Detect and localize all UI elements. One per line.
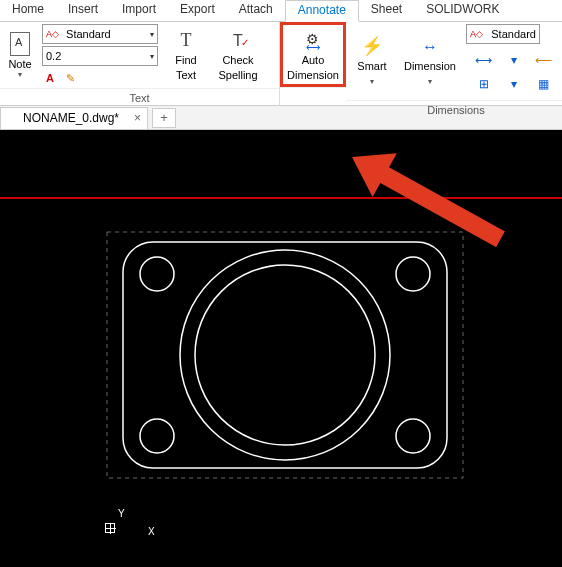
tab-solidworks[interactable]: SOLIDWORK bbox=[414, 0, 511, 21]
tab-export[interactable]: Export bbox=[168, 0, 227, 21]
dim-tool-3[interactable]: ⊞ bbox=[472, 74, 496, 94]
dim-style-combo[interactable]: A◇ Standard bbox=[466, 24, 540, 44]
tab-annotate[interactable]: Annotate bbox=[285, 0, 359, 22]
dimension-arrows-icon: ⟷ bbox=[306, 41, 320, 54]
dimension-gallery: ⟷ ▾ ⟵ ⊞ ▾ ▦ bbox=[466, 46, 562, 98]
tab-import[interactable]: Import bbox=[110, 0, 168, 21]
ribbon: Note ▾ A◇ Standard ▾ 0.2 ▾ A ✎ T F bbox=[0, 22, 562, 106]
chevron-down-icon: ▾ bbox=[150, 52, 154, 61]
chevron-down-icon: ▾ bbox=[150, 30, 154, 39]
svg-rect-1 bbox=[123, 242, 447, 468]
chevron-down-icon[interactable]: ▾ bbox=[502, 50, 526, 70]
group-label-text: Text bbox=[0, 88, 279, 106]
axis-y-label: Y bbox=[118, 508, 125, 519]
text-tool-b-icon[interactable]: ✎ bbox=[62, 70, 78, 86]
chevron-down-icon: ▾ bbox=[428, 75, 432, 88]
group-label-dimensions: Dimensions bbox=[346, 100, 562, 118]
ucs-origin-icon bbox=[105, 523, 115, 533]
smart-dimension-button[interactable]: ⚡ Smart ▾ bbox=[346, 22, 398, 100]
chevron-down-icon: ▾ bbox=[370, 75, 374, 88]
svg-point-6 bbox=[140, 419, 174, 453]
text-tool-a-icon[interactable]: A bbox=[42, 70, 58, 86]
guideline bbox=[0, 197, 562, 199]
note-button[interactable]: Note bbox=[8, 58, 31, 70]
group-spacer bbox=[280, 87, 346, 105]
dimension-icon: ↔ bbox=[422, 40, 438, 53]
dimension-button[interactable]: ↔ Dimension ▾ bbox=[398, 22, 462, 100]
drawing-preview bbox=[105, 230, 465, 480]
check-spelling-button[interactable]: T✓ Check Spelling bbox=[212, 22, 264, 88]
tab-attach[interactable]: Attach bbox=[227, 0, 285, 21]
dim-tool-1[interactable]: ⟷ bbox=[472, 50, 496, 70]
chevron-down-icon[interactable]: ▾ bbox=[502, 74, 526, 94]
dim-tool-2[interactable]: ⟵ bbox=[532, 50, 556, 70]
svg-point-5 bbox=[396, 257, 430, 291]
auto-dimension-button[interactable]: ⟷ Auto Dimension bbox=[280, 22, 346, 87]
axis-x-label: X bbox=[148, 526, 155, 537]
text-height-combo[interactable]: 0.2 ▾ bbox=[42, 46, 158, 66]
svg-rect-0 bbox=[107, 232, 463, 478]
note-icon bbox=[10, 32, 30, 56]
tab-insert[interactable]: Insert bbox=[56, 0, 110, 21]
document-filename: NONAME_0.dwg* bbox=[23, 111, 119, 125]
dim-tool-4[interactable]: ▦ bbox=[532, 74, 556, 94]
drawing-canvas[interactable]: Y X bbox=[0, 130, 562, 567]
chevron-down-icon[interactable]: ▾ bbox=[18, 70, 22, 79]
close-icon[interactable]: × bbox=[134, 111, 141, 125]
svg-point-7 bbox=[396, 419, 430, 453]
menu-tabs: Home Insert Import Export Attach Annotat… bbox=[0, 0, 562, 22]
svg-point-3 bbox=[195, 265, 375, 445]
find-text-button[interactable]: T Find Text bbox=[160, 22, 212, 88]
svg-point-2 bbox=[180, 250, 390, 460]
svg-point-4 bbox=[140, 257, 174, 291]
new-document-button[interactable]: + bbox=[152, 108, 176, 128]
lightning-icon: ⚡ bbox=[361, 40, 383, 53]
text-style-combo[interactable]: A◇ Standard ▾ bbox=[42, 24, 158, 44]
document-tab[interactable]: NONAME_0.dwg* × bbox=[0, 107, 148, 129]
tab-sheet[interactable]: Sheet bbox=[359, 0, 414, 21]
tab-home[interactable]: Home bbox=[0, 0, 56, 21]
